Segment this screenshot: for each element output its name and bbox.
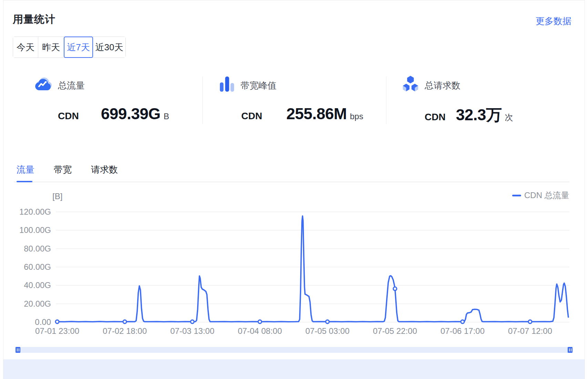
datazoom-track[interactable]	[16, 347, 572, 353]
x-axis-label: 07-05 22:00	[364, 326, 426, 336]
data-point-marker	[191, 320, 194, 324]
data-point-marker	[123, 320, 126, 324]
x-axis-label: 07-01 23:00	[26, 326, 88, 336]
y-axis-label: 80.00G	[10, 244, 51, 254]
datazoom-right-handle[interactable]	[568, 347, 572, 353]
data-point-marker	[461, 320, 464, 324]
datazoom-left-handle[interactable]	[16, 347, 20, 353]
active-tab-underline	[17, 181, 32, 182]
data-point-marker	[326, 320, 329, 324]
x-axis-label: 07-07 12:00	[499, 326, 561, 336]
datazoom-preview-band[interactable]	[3, 359, 585, 379]
x-axis-label: 07-04 08:00	[229, 326, 291, 336]
y-axis-label: 40.00G	[10, 280, 51, 290]
y-axis-label: 100.00G	[10, 225, 51, 235]
y-axis-label: 120.00G	[10, 207, 51, 217]
y-axis-label: 60.00G	[10, 262, 51, 272]
data-point-marker	[528, 320, 532, 324]
data-point-marker	[55, 320, 59, 324]
x-axis-label: 07-02 18:00	[94, 326, 156, 336]
series-line	[57, 216, 568, 322]
tab-last-7-days[interactable]: 近7天	[64, 37, 93, 58]
x-axis-label: 07-03 13:00	[161, 326, 223, 336]
y-axis-label: 20.00G	[10, 299, 51, 309]
data-point-marker	[393, 287, 397, 290]
x-axis-label: 07-05 03:00	[296, 326, 358, 336]
data-point-marker	[258, 320, 262, 324]
x-axis-label: 07-06 17:00	[432, 326, 494, 336]
